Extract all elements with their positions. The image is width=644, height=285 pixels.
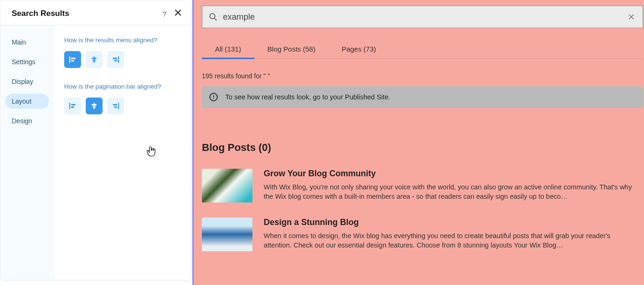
section-title-blog-posts: Blog Posts (0): [202, 142, 643, 154]
preview-area: example All (131) Blog Posts (58) Pages …: [193, 0, 644, 285]
svg-rect-16: [93, 106, 96, 108]
sidebar-item-settings[interactable]: Settings: [5, 54, 49, 69]
search-bar[interactable]: example: [202, 6, 643, 28]
result-title: Grow Your Blog Community: [264, 169, 635, 179]
clear-search-icon[interactable]: [627, 12, 636, 22]
results-tabs: All (131) Blog Posts (58) Pages (73): [202, 40, 643, 59]
info-icon: !: [209, 93, 218, 101]
align-center-button[interactable]: [86, 51, 103, 68]
result-thumbnail: [202, 169, 252, 202]
panel-title: Search Results: [12, 9, 69, 18]
question-pagination-align: How is the pagination bar aligned?: [64, 83, 180, 90]
svg-rect-13: [71, 106, 74, 108]
result-item[interactable]: Grow Your Blog Community With Wix Blog, …: [202, 169, 643, 202]
help-icon[interactable]: ?: [163, 10, 166, 18]
svg-rect-12: [71, 104, 75, 105]
svg-rect-10: [114, 60, 117, 61]
panel-header-actions: ?: [163, 9, 181, 18]
result-excerpt: When it comes to design, the Wix blog ha…: [264, 231, 635, 250]
pagination-align-left-button[interactable]: [64, 98, 81, 114]
pagination-align-group: [64, 98, 180, 114]
result-body: Grow Your Blog Community With Wix Blog, …: [264, 169, 643, 202]
pagination-align-center-button[interactable]: [86, 98, 103, 114]
panel-body: Main Settings Display Layout Design How …: [0, 25, 191, 280]
svg-rect-9: [113, 58, 117, 59]
tab-all[interactable]: All (131): [202, 40, 254, 59]
align-right-button[interactable]: [107, 51, 124, 68]
svg-point-20: [210, 14, 215, 19]
sidebar-item-main[interactable]: Main: [5, 35, 49, 50]
results-align-group: [64, 51, 180, 68]
sidebar-item-display[interactable]: Display: [5, 74, 49, 89]
svg-rect-7: [93, 60, 96, 61]
result-item[interactable]: Design a Stunning Blog When it comes to …: [202, 218, 643, 251]
notice-text: To see how real results look, go to your…: [225, 93, 390, 101]
svg-rect-6: [92, 58, 96, 59]
svg-rect-19: [114, 106, 117, 108]
svg-line-21: [215, 18, 217, 21]
close-icon[interactable]: [175, 9, 181, 18]
svg-rect-15: [92, 104, 96, 105]
result-body: Design a Stunning Blog When it comes to …: [264, 218, 643, 251]
align-left-button[interactable]: [64, 51, 81, 68]
search-query: example: [223, 12, 627, 22]
svg-rect-4: [71, 60, 74, 61]
search-icon: [209, 13, 217, 21]
result-count: 195 results found for " ": [202, 72, 643, 80]
panel-sidebar: Main Settings Display Layout Design: [0, 25, 54, 280]
tab-blog-posts[interactable]: Blog Posts (58): [254, 40, 329, 59]
result-excerpt: With Wix Blog, you're not only sharing y…: [264, 182, 635, 202]
result-title: Design a Stunning Blog: [264, 218, 635, 227]
svg-rect-18: [113, 104, 117, 105]
preview-notice: ! To see how real results look, go to yo…: [202, 86, 643, 108]
tab-pages[interactable]: Pages (73): [328, 40, 389, 59]
cursor-hand-icon: [146, 146, 156, 158]
settings-panel: Search Results ? Main Settings Display L…: [0, 0, 191, 280]
panel-header: Search Results ?: [0, 0, 191, 25]
pagination-align-right-button[interactable]: [107, 98, 124, 114]
sidebar-item-layout[interactable]: Layout: [5, 94, 49, 109]
result-thumbnail: [202, 218, 252, 251]
panel-main: How is the results menu aligned? How is …: [54, 25, 191, 280]
svg-rect-3: [71, 58, 75, 59]
question-results-align: How is the results menu aligned?: [64, 37, 180, 44]
sidebar-item-design[interactable]: Design: [5, 113, 49, 128]
